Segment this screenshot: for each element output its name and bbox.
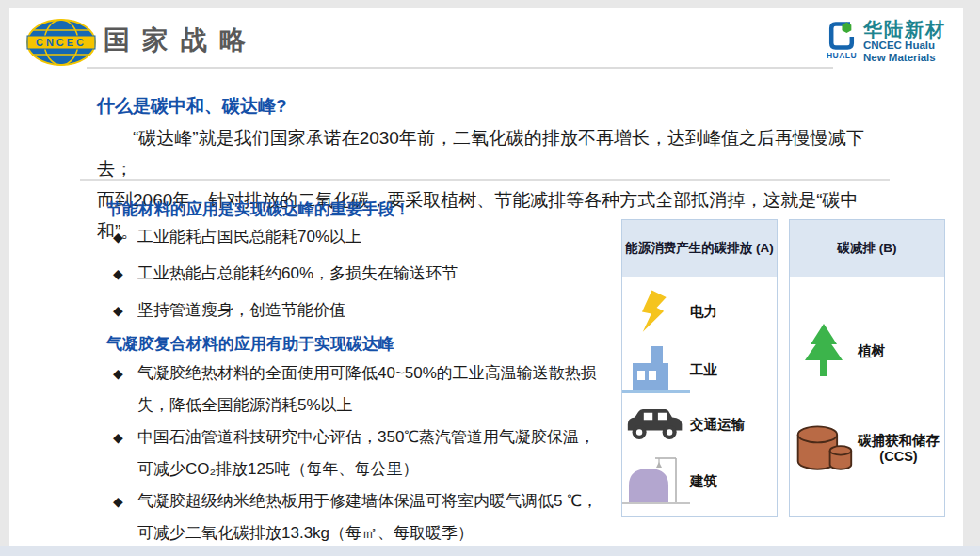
factory-icon [622, 346, 690, 395]
slide-canvas: CNCEC 国家战略 HUALU 华陆新材 CNCEC Hualu New Ma… [9, 8, 963, 546]
list-item: ◆ 中国石油管道科技研究中心评估，350℃蒸汽管道用气凝胶保温， 可减少CO₂排… [113, 421, 627, 485]
car-icon [622, 405, 690, 443]
list-item: 建筑 [622, 454, 777, 507]
hualu-logo-mark: HUALU [825, 19, 859, 60]
cncec-logo-icon: CNCEC [24, 17, 98, 68]
hualu-name-cn: 华陆新材 [863, 19, 946, 40]
hualu-name-en2: New Materials [863, 52, 946, 64]
hualu-bracket-icon [825, 19, 859, 53]
list-item: ◆ 气凝胶绝热材料的全面使用可降低40~50%的工业高温输送散热损 失，降低全国… [113, 357, 627, 421]
aerogel-bullet-list: ◆ 气凝胶绝热材料的全面使用可降低40~50%的工业高温输送散热损 失，降低全国… [113, 357, 627, 549]
list-item: ◆ 气凝胶超级纳米绝热板用于修建墙体保温可将室内暖气调低5 ℃， 可减少二氧化碳… [113, 485, 627, 549]
list-item: 电力 [622, 290, 777, 335]
list-item: 交通运输 [622, 405, 777, 443]
page-title: 国家战略 [104, 23, 258, 58]
list-item: 植树 [790, 323, 944, 379]
diamond-bullet-icon: ◆ [113, 357, 129, 389]
list-item: ◆ 坚持管道瘦身，创造节能价值 [113, 300, 458, 321]
diamond-bullet-icon: ◆ [113, 485, 129, 517]
list-item: ◆ 工业能耗占国民总能耗70%以上 [113, 227, 458, 247]
reduction-box-header: 碳减排 (B) [790, 220, 944, 277]
page-bottom-strip [0, 546, 980, 556]
reduction-box: 碳减排 (B) 植树 [789, 219, 945, 517]
section-divider [80, 179, 890, 181]
emissions-box-header: 能源消费产生的碳排放 (A) [622, 220, 777, 277]
list-item: ◆ 工业热能占总能耗约60%，多损失在输送环节 [113, 263, 458, 284]
hualu-names: 华陆新材 CNCEC Hualu New Materials [863, 19, 946, 64]
diamond-bullet-icon: ◆ [113, 263, 129, 284]
diamond-bullet-icon: ◆ [113, 227, 129, 247]
building-icon [622, 454, 690, 507]
emissions-box: 能源消费产生的碳排放 (A) 电力 [621, 219, 778, 517]
list-item: 工业 [622, 346, 777, 395]
diamond-bullet-icon: ◆ [113, 421, 129, 453]
slide-page: CNCEC 国家战略 HUALU 华陆新材 CNCEC Hualu New Ma… [0, 0, 980, 556]
reduction-box-body: 植树 碳捕获和储存 (CCS) [790, 277, 944, 520]
intro-paragraph-line1: “碳达峰”就是我们国家承诺在2030年前，二氧化碳的排放不再增长，达到峰值之后再… [97, 122, 899, 184]
energy-bullet-list: ◆ 工业能耗占国民总能耗70%以上 ◆ 工业热能占总能耗约60%，多损失在输送环… [113, 227, 458, 337]
tree-icon [790, 323, 858, 379]
diamond-bullet-icon: ◆ [113, 300, 129, 321]
energy-section-heading: 节能材料的应用是实现碳达峰的重要手段！ [106, 199, 410, 220]
emissions-box-body: 电力 工业 [622, 277, 777, 520]
intro-heading: 什么是碳中和、碳达峰? [97, 94, 287, 119]
cncec-logo-text: CNCEC [36, 37, 87, 48]
hualu-logo-text: HUALU [827, 51, 857, 60]
aerogel-section-heading: 气凝胶复合材料的应用有助于实现碳达峰 [106, 333, 394, 355]
list-item: 碳捕获和储存 (CCS) [790, 423, 944, 474]
barrels-icon [790, 423, 858, 474]
lightning-icon [622, 290, 690, 335]
header-divider [87, 67, 833, 69]
hualu-name-en1: CNCEC Hualu [863, 40, 946, 52]
hualu-logo: HUALU 华陆新材 CNCEC Hualu New Materials [825, 19, 946, 64]
